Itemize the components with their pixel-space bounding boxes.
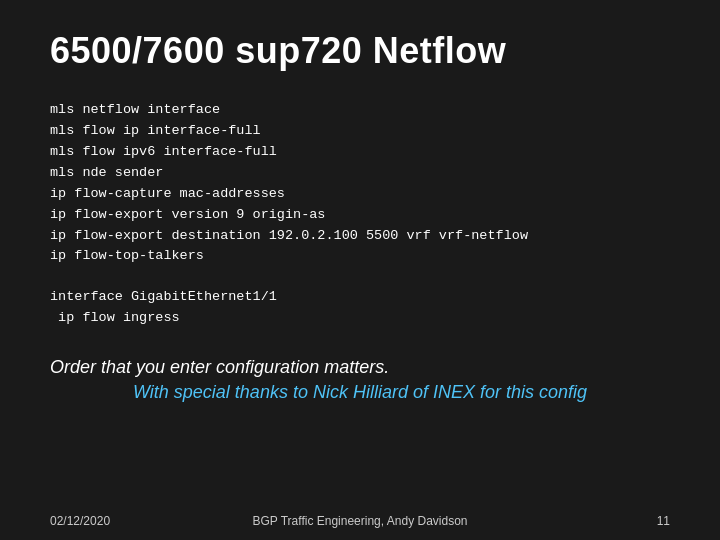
- code-line-3: mls flow ipv6 interface-full: [50, 142, 670, 163]
- footer-center: BGP Traffic Engineering, Andy Davidson: [252, 514, 467, 528]
- code-line-7: ip flow-export destination 192.0.2.100 5…: [50, 226, 670, 247]
- slide-container: 6500/7600 sup720 Netflow mls netflow int…: [0, 0, 720, 540]
- interface-block: interface GigabitEthernet1/1 ip flow ing…: [50, 287, 670, 329]
- code-line-8: ip flow-top-talkers: [50, 246, 670, 267]
- footer-page: 11: [657, 514, 670, 528]
- slide-title: 6500/7600 sup720 Netflow: [50, 30, 670, 72]
- code-line-5: ip flow-capture mac-addresses: [50, 184, 670, 205]
- code-line-1: mls netflow interface: [50, 100, 670, 121]
- footer-title: BGP Traffic Engineering, Andy Davidson: [252, 514, 467, 528]
- code-block: mls netflow interface mls flow ip interf…: [50, 100, 670, 267]
- code-line-2: mls flow ip interface-full: [50, 121, 670, 142]
- code-line-6: ip flow-export version 9 origin-as: [50, 205, 670, 226]
- order-text: Order that you enter configuration matte…: [50, 357, 670, 378]
- footer-date: 02/12/2020: [50, 514, 110, 528]
- code-line-4: mls nde sender: [50, 163, 670, 184]
- interface-line-2: ip flow ingress: [50, 308, 670, 329]
- thanks-text: With special thanks to Nick Hilliard of …: [50, 382, 670, 403]
- interface-line-1: interface GigabitEthernet1/1: [50, 287, 670, 308]
